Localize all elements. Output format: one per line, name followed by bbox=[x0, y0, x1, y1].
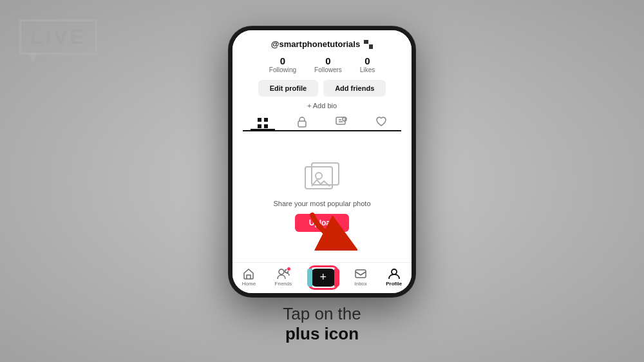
plus-symbol: + bbox=[319, 271, 327, 284]
likes-count: 0 bbox=[365, 55, 370, 66]
svg-rect-1 bbox=[264, 118, 268, 122]
following-label: Following bbox=[269, 66, 296, 73]
profile-tabs-row bbox=[243, 116, 401, 131]
svg-point-11 bbox=[316, 173, 322, 179]
friends-notification-dot bbox=[287, 267, 291, 271]
followers-label: Followers bbox=[314, 66, 342, 73]
following-count: 0 bbox=[280, 55, 285, 66]
svg-point-12 bbox=[279, 269, 284, 274]
svg-rect-0 bbox=[258, 118, 261, 122]
phone-screen: @smartphonetutorials 0 Following 0 Follo… bbox=[232, 30, 412, 293]
nav-plus[interactable]: + bbox=[311, 269, 336, 287]
tab-grid[interactable] bbox=[251, 117, 275, 130]
nav-friends-label: Friends bbox=[275, 281, 292, 287]
profile-section: @smartphonetutorials 0 Following 0 Follo… bbox=[232, 30, 412, 131]
nav-home-label: Home bbox=[242, 281, 256, 287]
svg-rect-2 bbox=[258, 124, 261, 128]
nav-inbox-label: Inbox bbox=[354, 281, 367, 287]
likes-label: Likes bbox=[360, 66, 375, 73]
qr-icon bbox=[364, 40, 373, 49]
live-watermark: LIVE bbox=[19, 19, 97, 55]
followers-count: 0 bbox=[325, 55, 330, 66]
phone-body: @smartphonetutorials 0 Following 0 Follo… bbox=[229, 26, 415, 297]
nav-profile-label: Profile bbox=[386, 281, 402, 287]
svg-point-15 bbox=[392, 269, 397, 274]
stats-row: 0 Following 0 Followers 0 Likes bbox=[269, 55, 375, 73]
nav-profile[interactable]: Profile bbox=[386, 268, 402, 287]
svg-rect-14 bbox=[355, 270, 366, 278]
photo-placeholder-icon bbox=[303, 162, 341, 194]
plus-button[interactable]: + bbox=[311, 269, 336, 287]
tab-lock[interactable] bbox=[290, 116, 314, 128]
phone-mockup: @smartphonetutorials 0 Following 0 Follo… bbox=[229, 26, 415, 297]
svg-rect-3 bbox=[264, 124, 268, 128]
caption-line2: plus icon bbox=[0, 324, 644, 344]
profile-buttons-row: Edit profile Add friends bbox=[258, 80, 386, 97]
add-friends-button[interactable]: Add friends bbox=[323, 80, 386, 97]
caption-area: Tap on the plus icon bbox=[0, 304, 644, 344]
nav-home[interactable]: Home bbox=[242, 268, 256, 287]
upload-button[interactable]: Upload bbox=[295, 214, 350, 232]
nav-inbox[interactable]: Inbox bbox=[354, 268, 367, 287]
bottom-nav: Home Friends bbox=[232, 262, 412, 293]
followers-stat: 0 Followers bbox=[314, 55, 342, 73]
username-text: @smartphonetutorials bbox=[271, 39, 360, 49]
content-area: Share your most popular photo Upload bbox=[232, 131, 412, 262]
share-text: Share your most popular photo bbox=[273, 199, 370, 209]
edit-profile-button[interactable]: Edit profile bbox=[258, 80, 318, 97]
tab-tag[interactable] bbox=[329, 117, 354, 127]
live-text: LIVE bbox=[30, 25, 86, 48]
nav-friends[interactable]: Friends bbox=[275, 268, 292, 287]
following-stat: 0 Following bbox=[269, 55, 296, 73]
caption-line1: Tap on the bbox=[0, 304, 644, 324]
username-row: @smartphonetutorials bbox=[271, 39, 373, 49]
add-bio-link[interactable]: + Add bio bbox=[307, 102, 337, 110]
svg-rect-4 bbox=[298, 121, 306, 127]
likes-stat: 0 Likes bbox=[360, 55, 375, 73]
tab-heart[interactable] bbox=[369, 117, 393, 127]
